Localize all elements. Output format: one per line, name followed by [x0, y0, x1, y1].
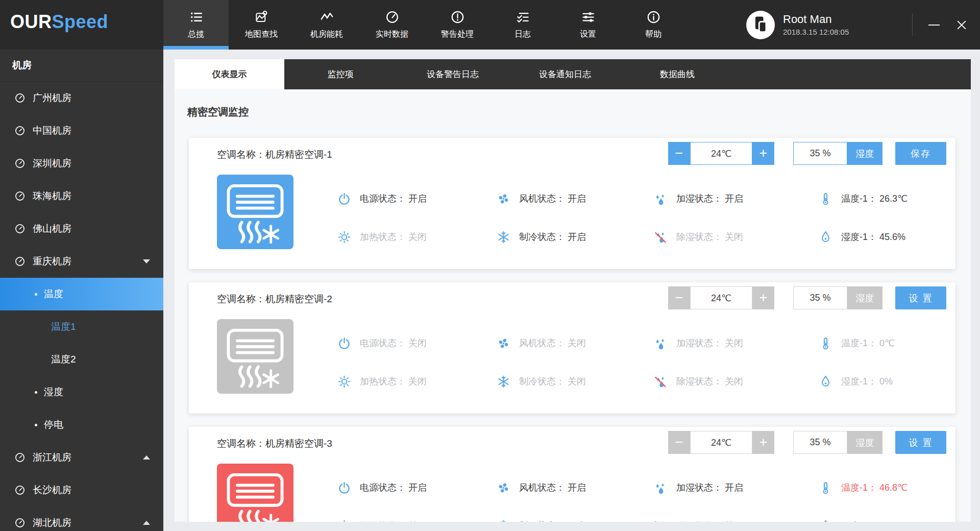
temp-setpoint-value[interactable]: 24℃ [690, 286, 752, 309]
status-value: 关闭 [725, 232, 743, 242]
nav-item-label: 机房能耗 [310, 29, 343, 40]
status-label: 风机状态： [519, 482, 565, 493]
ac-name-label: 空调名称： [217, 149, 265, 160]
humidity-setpoint-value[interactable]: 35 % [793, 142, 847, 165]
sidebar-item-guangzhou[interactable]: 广州机房 [0, 82, 163, 114]
status-label: 制冷状态： [519, 232, 565, 242]
status-label: 湿度-1： [841, 376, 877, 387]
temp-increase-button[interactable]: + [752, 431, 774, 454]
sidebar-item-label: 珠海机房 [33, 189, 71, 203]
status-value: 43.4% [879, 521, 905, 522]
nav-item-logs[interactable]: 日志 [490, 0, 555, 50]
sidebar-item-zhongguo[interactable]: 中国机房 [0, 114, 163, 147]
sidebar-item-shenzhen[interactable]: 深圳机房 [0, 147, 163, 180]
sidebar-item-foshan[interactable]: 佛山机房 [0, 212, 163, 245]
temp-stepper: −24℃+ [668, 431, 774, 454]
minimize-icon [928, 25, 940, 26]
status-label: 温度-1： [841, 338, 877, 348]
status-label: 风机状态： [519, 194, 565, 204]
nav-item-overview[interactable]: 总揽 [163, 0, 229, 50]
power-icon [337, 336, 351, 350]
sidebar-item-zhejiang[interactable]: 浙江机房 [0, 441, 163, 474]
sidebar-item-temperature-1[interactable]: 温度1 [0, 310, 163, 343]
close-button[interactable] [950, 0, 973, 50]
ac-unit-icon [217, 175, 293, 249]
realtime-gauge-icon [385, 10, 399, 24]
gauge-icon [14, 256, 26, 267]
status-humidity-1: 湿度-1：45.6% [819, 228, 908, 246]
fan-icon [497, 336, 510, 350]
status-value: 0℃ [879, 338, 895, 348]
droplet-icon [819, 375, 832, 389]
content-panel: 仪表显示监控项设备警告日志设备通知日志数据曲线 精密空调监控 空调名称：机房精密… [175, 59, 971, 522]
gauge-icon [14, 125, 26, 136]
tab-data-curve[interactable]: 数据曲线 [621, 59, 733, 89]
temp-decrease-button[interactable]: − [668, 431, 690, 454]
nav-item-label: 警告处理 [441, 29, 474, 40]
humidity-setpoint-value[interactable]: 35 % [793, 286, 847, 309]
temp-stepper: −24℃+ [668, 142, 774, 165]
set-button[interactable]: 设 置 [895, 431, 946, 454]
humidity-setpoint-value[interactable]: 35 % [793, 431, 847, 454]
set-button[interactable]: 设 置 [895, 286, 946, 309]
nav-item-energy[interactable]: 机房能耗 [294, 0, 359, 50]
sidebar-item-temperature-2[interactable]: 温度2 [0, 343, 163, 376]
save-button[interactable]: 保存 [895, 142, 946, 165]
thermometer-icon [819, 336, 832, 350]
sidebar-item-humidity[interactable]: 湿度 [0, 376, 163, 408]
user-account[interactable]: Root Man 2018.3.15 12:08:05 [746, 0, 849, 50]
status-power: 电源状态：关闭 [337, 334, 497, 352]
humidity-unit-button[interactable]: 湿度 [847, 286, 883, 309]
tab-strip: 监控项设备警告日志设备通知日志数据曲线 [284, 59, 971, 89]
status-dehumidify: 除湿状态：关闭 [654, 372, 819, 391]
temp-decrease-button[interactable]: − [668, 142, 690, 165]
status-dehumidify: 除湿状态：关闭 [654, 228, 819, 246]
nav-item-alerts[interactable]: 警告处理 [425, 0, 490, 50]
minimize-button[interactable] [923, 0, 945, 50]
sidebar-item-zhuhai[interactable]: 珠海机房 [0, 180, 163, 212]
fan-icon [497, 481, 510, 495]
logo-part-our: OUR [10, 11, 52, 32]
status-value: 关闭 [725, 376, 743, 387]
status-temperature-1: 温度-1：26.3℃ [819, 189, 908, 208]
humidity-unit-button[interactable]: 湿度 [847, 142, 883, 165]
caret-down-icon [143, 259, 150, 263]
status-power: 电源状态：开启 [337, 189, 497, 208]
sidebar-item-label: 温度1 [51, 320, 76, 333]
page-title: 精密空调监控 [187, 105, 971, 119]
sidebar-item-hubei[interactable]: 湖北机房 [0, 506, 163, 531]
tab-dashboard[interactable]: 仪表显示 [175, 59, 284, 89]
sidebar-item-power-outage[interactable]: 停电 [0, 408, 163, 441]
tab-device-notice-log[interactable]: 设备通知日志 [509, 59, 621, 89]
temp-increase-button[interactable]: + [752, 142, 774, 165]
sidebar: 机房 广州机房中国机房深圳机房珠海机房佛山机房重庆机房温度温度1温度2湿度停电浙… [0, 50, 163, 531]
alert-icon [451, 10, 464, 24]
status-value: 开启 [725, 194, 743, 204]
sidebar-item-changsha[interactable]: 长沙机房 [0, 474, 163, 506]
temp-decrease-button[interactable]: − [668, 286, 690, 309]
ac-name-value: 机房精密空调-1 [265, 149, 332, 160]
bullet-dot [35, 424, 37, 426]
nav-item-help[interactable]: 帮助 [621, 0, 686, 50]
cool-icon [497, 375, 510, 389]
status-label: 除湿状态： [676, 376, 722, 387]
temp-setpoint-value[interactable]: 24℃ [690, 431, 752, 454]
status-grid: 电源状态：开启风机状态：开启加湿状态：开启温度-1：26.3℃加热状态：关闭制冷… [337, 189, 908, 246]
tab-monitor-items[interactable]: 监控项 [284, 59, 397, 89]
humidity-unit-button[interactable]: 湿度 [847, 431, 883, 454]
temp-setpoint-value[interactable]: 24℃ [690, 142, 752, 165]
sidebar-item-temperature[interactable]: 温度 [0, 278, 163, 310]
nav-item-map-search[interactable]: 地图查找 [229, 0, 294, 50]
temp-increase-button[interactable]: + [752, 286, 774, 309]
sidebar-item-chongqing[interactable]: 重庆机房 [0, 245, 163, 278]
nav-item-label: 设置 [580, 29, 596, 40]
sidebar-item-label: 温度2 [51, 353, 76, 366]
tab-device-alert-log[interactable]: 设备警告日志 [397, 59, 509, 89]
sidebar-item-label: 中国机房 [33, 124, 71, 137]
nav-item-label: 日志 [514, 29, 531, 40]
status-value: 关闭 [568, 338, 586, 348]
dehumidify-icon [654, 375, 668, 389]
nav-item-realtime[interactable]: 实时数据 [359, 0, 425, 50]
humidity-setpoint-group: 35 %湿度 [793, 286, 883, 309]
nav-item-settings[interactable]: 设置 [555, 0, 621, 50]
